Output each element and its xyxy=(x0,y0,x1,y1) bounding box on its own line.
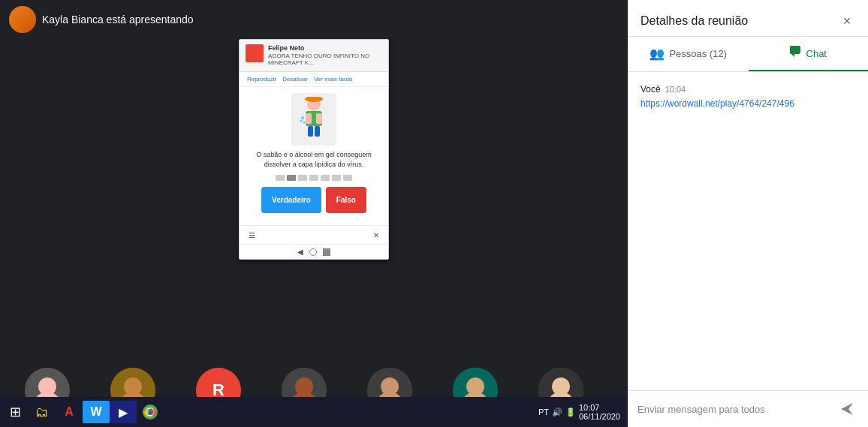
progress-dots xyxy=(246,175,382,181)
quiz-text: O sabão e o álcool em gel conseguem diss… xyxy=(246,150,382,169)
sidebar-header: Detalhes da reunião × xyxy=(628,0,868,37)
menu-icon[interactable]: ☰ xyxy=(246,229,258,241)
dot-1 xyxy=(276,175,285,181)
presenter-label: Kayla Bianca está apresentando xyxy=(42,14,194,26)
folder-icon: 🗂 xyxy=(35,404,49,420)
close-icon: × xyxy=(843,14,851,29)
svg-rect-31 xyxy=(790,46,800,54)
more-btn[interactable]: Ver mais tarde xyxy=(312,75,354,83)
answer-buttons: Verdadeiro Falso xyxy=(246,187,382,213)
screen-header-text: Felipe Neto AGORA TENHO OURO INFINITO NO… xyxy=(268,44,382,67)
volume-icon: 🔊 xyxy=(552,407,562,417)
screen-channel-avatar xyxy=(246,44,264,62)
svg-marker-32 xyxy=(791,54,794,57)
screen-actions: Reproduzir Desativar Ver mais tarde xyxy=(240,72,388,87)
svg-rect-2 xyxy=(306,113,312,124)
sidebar: Detalhes da reunião × 👥 Pessoas (12) Cha… xyxy=(628,0,868,427)
dot-7 xyxy=(343,175,352,181)
svg-point-8 xyxy=(300,119,303,122)
sidebar-tabs: 👥 Pessoas (12) Chat xyxy=(628,37,868,72)
main-video-area: Kayla Bianca está apresentando Felipe Ne… xyxy=(0,0,628,427)
screen-channel-name: Felipe Neto xyxy=(268,44,382,53)
verdadeiro-button[interactable]: Verdadeiro xyxy=(261,187,321,213)
language-indicator: PT xyxy=(538,407,549,416)
message-link[interactable]: https://wordwall.net/play/4764/247/496 xyxy=(640,98,794,109)
message-meta: Você 10:04 xyxy=(640,84,856,95)
screen-footer: ☰ ✕ xyxy=(240,225,388,244)
chat-messages: Você 10:04 https://wordwall.net/play/476… xyxy=(628,72,868,390)
dot-6 xyxy=(332,175,341,181)
chrome-button[interactable] xyxy=(137,401,164,423)
nav-back-icon[interactable]: ◀ xyxy=(297,248,303,256)
clock-display: 10:07 06/11/2020 xyxy=(579,403,620,421)
dot-4 xyxy=(309,175,318,181)
message-sender: Você xyxy=(640,84,661,95)
chat-bubble-icon xyxy=(790,46,802,61)
svg-rect-3 xyxy=(316,113,322,124)
system-tray: PT 🔊 🔋 10:07 06/11/2020 xyxy=(538,403,626,421)
screen-nav: ◀ xyxy=(240,244,388,259)
quiz-content: O sabão e o álcool em gel conseguem diss… xyxy=(240,87,388,225)
dot-2 xyxy=(287,175,296,181)
svg-rect-5 xyxy=(315,126,320,137)
file-explorer-button[interactable]: 🗂 xyxy=(29,401,56,423)
tab-chat-label: Chat xyxy=(806,48,827,59)
dot-5 xyxy=(321,175,330,181)
message-time: 10:04 xyxy=(665,85,686,94)
screen-share-container: Felipe Neto AGORA TENHO OURO INFINITO NO… xyxy=(0,39,628,363)
chat-input[interactable] xyxy=(637,399,829,419)
presenter-avatar xyxy=(9,6,36,33)
nav-square-icon[interactable] xyxy=(323,248,330,256)
windows-icon: ⊞ xyxy=(10,404,21,420)
tab-people[interactable]: 👥 Pessoas (12) xyxy=(628,37,749,71)
windows-start-button[interactable]: ⊞ xyxy=(2,401,29,423)
chat-input-area xyxy=(628,390,868,427)
replay-btn[interactable]: Reproduzir xyxy=(246,75,278,83)
screen-video-title: AGORA TENHO OURO INFINITO NO MINECRAFT K… xyxy=(268,53,382,67)
word-button[interactable]: W xyxy=(83,401,110,423)
send-button[interactable] xyxy=(835,397,859,421)
tab-people-label: Pessoas (12) xyxy=(669,48,727,59)
dot-3 xyxy=(298,175,307,181)
nav-home-icon[interactable] xyxy=(309,248,317,256)
svg-rect-4 xyxy=(308,126,313,137)
sidebar-title: Detalhes da reunião xyxy=(640,14,748,28)
taskbar: ⊞ 🗂 A W ▶ xyxy=(0,397,628,427)
chat-message-1: Você 10:04 https://wordwall.net/play/476… xyxy=(640,84,856,110)
people-icon: 👥 xyxy=(649,47,665,61)
dislike-btn[interactable]: Desativar xyxy=(281,75,309,83)
svg-point-6 xyxy=(305,97,323,102)
pdf-button[interactable]: A xyxy=(56,401,83,423)
presenter-bar: Kayla Bianca está apresentando xyxy=(0,0,628,39)
close-screen-icon[interactable]: ✕ xyxy=(370,229,382,241)
word-icon: W xyxy=(90,405,101,419)
media-icon: ▶ xyxy=(119,405,128,419)
tab-chat[interactable]: Chat xyxy=(749,37,869,71)
svg-point-9 xyxy=(303,121,306,123)
falso-button[interactable]: Falso xyxy=(326,187,366,213)
media-player-button[interactable]: ▶ xyxy=(110,401,137,423)
character-illustration xyxy=(291,93,336,146)
pdf-icon: A xyxy=(65,405,74,419)
shared-screen: Felipe Neto AGORA TENHO OURO INFINITO NO… xyxy=(239,39,389,260)
close-sidebar-button[interactable]: × xyxy=(838,12,856,30)
battery-icon: 🔋 xyxy=(565,407,576,417)
svg-point-7 xyxy=(301,116,304,119)
chrome-icon xyxy=(143,404,158,419)
screen-header: Felipe Neto AGORA TENHO OURO INFINITO NO… xyxy=(240,40,388,72)
send-icon xyxy=(839,401,854,416)
